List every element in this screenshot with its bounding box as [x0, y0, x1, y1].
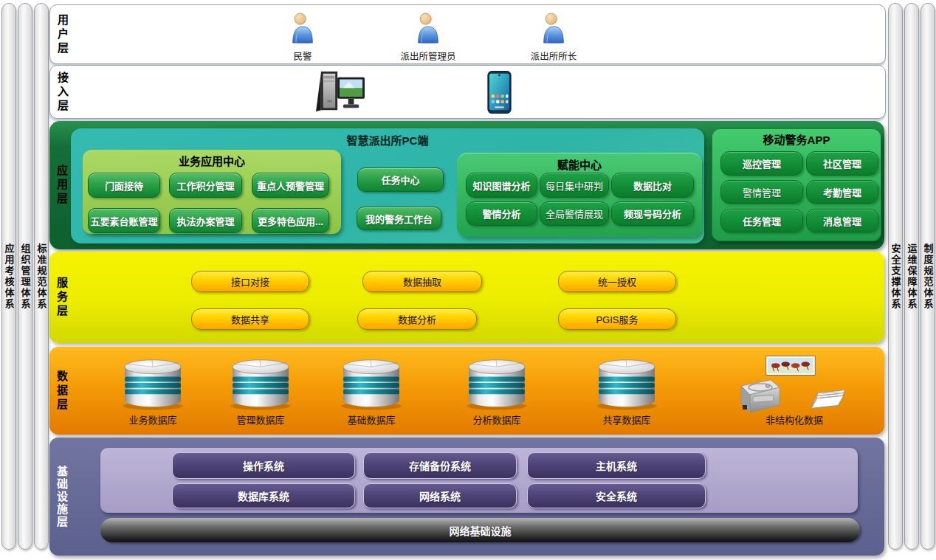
database-cylinder-icon [229, 356, 292, 411]
side-system-left-1: 应用考核体系 [1, 3, 16, 550]
infrastructure-systems-panel: 操作系统 存储备份系统 主机系统 数据库系统 网络系统 安全系统 [100, 448, 858, 513]
user-layer-label: 用户层 [55, 13, 70, 55]
pc-client-panel: 智慧派出所PC端 业务应用中心 门面接待 工作积分管理 重点人预警管理 五要素台… [71, 128, 704, 243]
button-attendance-management[interactable]: 考勤管理 [806, 180, 878, 204]
documents-icon [809, 384, 847, 412]
database-label: 基础数据库 [320, 412, 423, 426]
side-system-label: 制度规范体系 [923, 243, 933, 310]
button-message-management[interactable]: 消息管理 [806, 209, 878, 232]
desktop-computer-icon [313, 69, 368, 116]
application-layer: 应用层 智慧派出所PC端 业务应用中心 门面接待 工作积分管理 重点人预警管理 … [49, 121, 884, 249]
button-host-system[interactable]: 主机系统 [527, 452, 706, 479]
person-icon [540, 11, 568, 45]
side-system-left-2: 组织管理体系 [18, 3, 32, 550]
application-layer-label: 应用层 [54, 165, 69, 207]
button-frequent-number-analysis[interactable]: 频现号码分析 [611, 201, 694, 226]
service-layer: 服务层 接口对接 数据抽取 统一授权 数据共享 数据分析 PGIS服务 [49, 252, 884, 343]
side-system-label: 运维保障体系 [907, 243, 917, 310]
button-community-management[interactable]: 社区管理 [806, 151, 878, 176]
button-task-center[interactable]: 任务中心 [357, 167, 444, 192]
button-security-system[interactable]: 安全系统 [527, 483, 706, 508]
side-system-right-2: 运维保障体系 [904, 3, 919, 550]
pc-client-title: 智慧派出所PC端 [71, 132, 704, 148]
tape-drive-icon [735, 378, 782, 416]
button-alarm-analysis[interactable]: 警情分析 [466, 201, 537, 226]
side-system-left-3: 标准规范体系 [34, 3, 49, 550]
user-role-label: 派出所所长 [509, 49, 598, 63]
database-cylinder-icon [595, 356, 658, 411]
business-application-center: 业务应用中心 门面接待 工作积分管理 重点人预警管理 五要素台账管理 执法办案管… [83, 150, 341, 234]
access-layer-label: 接入层 [55, 71, 70, 113]
button-my-police-workbench[interactable]: 我的警务工作台 [357, 207, 441, 230]
button-five-elements-ledger[interactable]: 五要素台账管理 [88, 208, 160, 233]
button-front-desk-reception[interactable]: 门面接待 [88, 173, 160, 198]
side-system-label: 安全支撑体系 [891, 243, 901, 310]
person-icon [289, 11, 317, 45]
network-infrastructure-bar: 网络基础设施 [100, 518, 860, 542]
database-label: 分析数据库 [445, 412, 548, 426]
side-system-label: 应用考核体系 [4, 243, 14, 310]
user-layer: 用户层 民警 派出所管理员 派出所所长 [49, 4, 886, 64]
picture-icon [765, 356, 816, 376]
button-alarm-management[interactable]: 警情管理 [720, 180, 803, 204]
mobile-police-app-panel: 移动警务APP 巡控管理 社区管理 警情管理 考勤管理 任务管理 消息管理 [712, 128, 881, 241]
infrastructure-layer-label: 基础设施层 [54, 466, 69, 528]
database-label: 业务数据库 [101, 412, 204, 426]
person-icon [414, 11, 442, 45]
database-cylinder-icon [340, 356, 403, 411]
database-cylinder-icon [121, 356, 185, 411]
side-system-right-1: 安全支撑体系 [888, 3, 903, 550]
button-daily-joint-research[interactable]: 每日集中研判 [540, 173, 609, 198]
button-data-comparison[interactable]: 数据比对 [611, 173, 694, 198]
user-role: 派出所所长 [509, 11, 598, 63]
button-operating-system[interactable]: 操作系统 [172, 452, 355, 479]
database-label: 共享数据库 [575, 412, 678, 426]
button-global-alarm-display[interactable]: 全局警情展现 [540, 201, 609, 226]
smartphone-icon [487, 71, 512, 114]
smart-police-station-architecture-diagram: 应用考核体系 组织管理体系 标准规范体系 安全支撑体系 运维保障体系 制度规范体… [0, 0, 936, 560]
button-key-person-warning[interactable]: 重点人预警管理 [252, 173, 329, 198]
data-layer: 数据层 业务数据库 管理数据库 基础数据库 分析数据库 共享数据库 非结构化数据 [49, 347, 884, 435]
button-law-enforcement-cases[interactable]: 执法办案管理 [169, 208, 242, 233]
button-storage-backup-system[interactable]: 存储备份系统 [363, 452, 517, 479]
mobile-app-title: 移动警务APP [712, 131, 881, 147]
user-role: 民警 [258, 11, 347, 63]
button-network-system[interactable]: 网络系统 [363, 483, 517, 508]
button-data-analysis[interactable]: 数据分析 [357, 308, 477, 330]
button-task-management[interactable]: 任务管理 [720, 209, 803, 232]
button-work-points-management[interactable]: 工作积分管理 [169, 173, 242, 198]
button-unified-authorization[interactable]: 统一授权 [558, 271, 676, 292]
user-role: 派出所管理员 [384, 11, 472, 63]
infrastructure-layer: 基础设施层 操作系统 存储备份系统 主机系统 数据库系统 网络系统 安全系统 网… [49, 438, 884, 556]
user-role-label: 派出所管理员 [384, 49, 472, 63]
unstructured-data-label: 非结构化数据 [743, 412, 846, 426]
data-layer-label: 数据层 [54, 370, 69, 412]
business-center-title: 业务应用中心 [83, 153, 341, 168]
access-layer: 接入层 [49, 65, 886, 119]
button-patrol-management[interactable]: 巡控管理 [720, 151, 803, 176]
user-role-label: 民警 [258, 49, 347, 63]
side-system-label: 标准规范体系 [37, 243, 47, 310]
empowerment-center: 赋能中心 知识图谱分析 每日集中研判 数据比对 警情分析 全局警情展现 频现号码… [457, 153, 702, 237]
button-pgis-service[interactable]: PGIS服务 [558, 308, 676, 330]
button-interface-docking[interactable]: 接口对接 [191, 271, 309, 292]
button-database-system[interactable]: 数据库系统 [172, 483, 355, 508]
button-data-sharing[interactable]: 数据共享 [191, 308, 309, 330]
button-knowledge-graph-analysis[interactable]: 知识图谱分析 [466, 173, 537, 198]
empowerment-center-title: 赋能中心 [457, 156, 702, 172]
database-cylinder-icon [465, 356, 529, 411]
service-layer-label: 服务层 [54, 277, 69, 319]
button-more-featured-apps[interactable]: 更多特色应用... [252, 208, 329, 233]
side-system-right-3: 制度规范体系 [920, 3, 935, 550]
side-system-label: 组织管理体系 [21, 243, 30, 310]
button-data-extraction[interactable]: 数据抽取 [362, 271, 482, 292]
database-label: 管理数据库 [209, 412, 312, 426]
